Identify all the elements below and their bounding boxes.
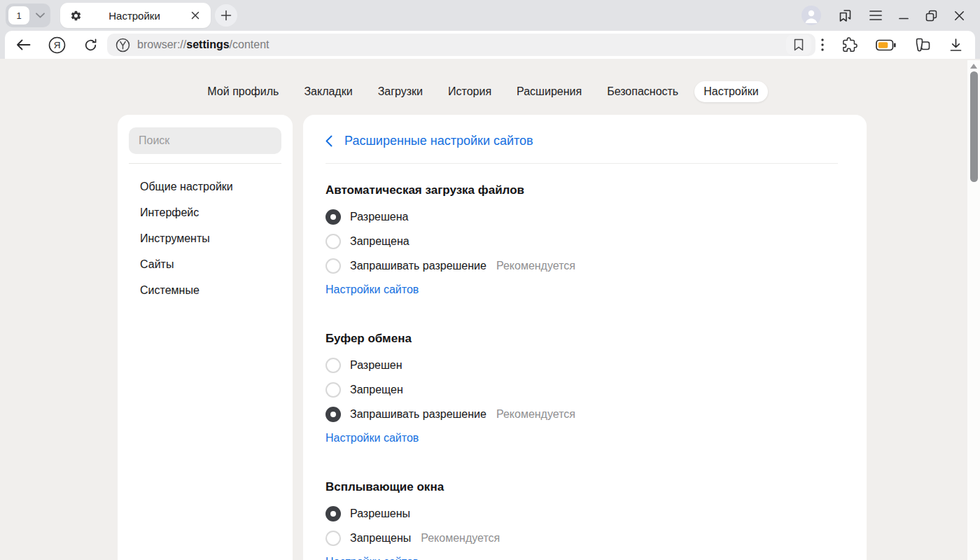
download-icon: [949, 38, 962, 52]
page-title: Расширенные настройки сайтов: [344, 133, 533, 148]
site-settings-link[interactable]: Настройки сайтов: [326, 430, 419, 446]
radio-unselected[interactable]: [326, 234, 341, 249]
site-settings-link[interactable]: Настройки сайтов: [326, 554, 419, 560]
minimize-icon: [899, 10, 909, 20]
radio-unselected[interactable]: [326, 531, 341, 546]
radio-option[interactable]: Запрашивать разрешение Рекомендуется: [326, 253, 838, 278]
add-bookmark-button[interactable]: [786, 35, 811, 55]
restore-window-icon: [925, 10, 937, 22]
yandex-home-button[interactable]: Я: [44, 36, 69, 54]
back-button[interactable]: [10, 39, 36, 50]
option-label: Запрещен: [350, 384, 403, 396]
sidebar-item-general[interactable]: Общие настройки: [118, 174, 293, 200]
bookmark-flag-icon: [793, 38, 804, 51]
gear-icon: [70, 10, 82, 22]
window-controls: [802, 6, 980, 25]
browser-tab-settings[interactable]: Настройки: [60, 3, 211, 28]
minimize-button[interactable]: [899, 10, 909, 20]
close-window-button[interactable]: [954, 10, 965, 21]
option-label: Запрашивать разрешение: [350, 408, 486, 421]
sidebar-item-interface[interactable]: Интерфейс: [118, 200, 293, 225]
settings-main-panel: Расширенные настройки сайтов Автоматичес…: [303, 115, 867, 560]
nav-tab-profile[interactable]: Мой профиль: [198, 81, 288, 102]
profile-avatar[interactable]: [802, 6, 821, 25]
section-popups: Всплывающие окна Разрешены Запрещены Рек…: [326, 479, 838, 560]
side-panel-services-button[interactable]: [914, 37, 931, 53]
nav-tab-extensions[interactable]: Расширения: [507, 81, 591, 102]
chevron-left-icon: [326, 135, 332, 147]
extensions-button[interactable]: [842, 37, 858, 52]
close-icon: [954, 10, 965, 21]
radio-unselected[interactable]: [326, 358, 341, 373]
nav-tab-settings[interactable]: Настройки: [694, 81, 767, 102]
svg-text:Я: Я: [53, 40, 60, 50]
section-auto-file-download: Автоматическая загрузка файлов Разрешена…: [326, 182, 838, 298]
yandex-logo-icon: Я: [48, 36, 66, 54]
section-title: Автоматическая загрузка файлов: [326, 182, 838, 199]
url-text[interactable]: browser://settings/content: [137, 38, 270, 51]
settings-sidebar: Общие настройки Интерфейс Инструменты Са…: [118, 115, 293, 560]
person-icon: [802, 6, 821, 25]
browser-toolbar: Я browser://settings/content: [5, 31, 975, 59]
radio-option[interactable]: Разрешены: [326, 501, 838, 526]
settings-page: Мой профиль Закладки Загрузки История Ра…: [0, 59, 980, 560]
radio-option[interactable]: Разрешена: [326, 204, 838, 229]
sidebar-divider: [129, 163, 281, 164]
battery-saver-button[interactable]: [876, 39, 896, 51]
option-label: Разрешена: [350, 211, 408, 223]
tab-close-button[interactable]: [187, 7, 204, 24]
nav-tab-downloads[interactable]: Загрузки: [369, 81, 432, 102]
sidebar-item-tools[interactable]: Инструменты: [118, 225, 293, 251]
radio-selected[interactable]: [326, 407, 341, 422]
browser-menu-button[interactable]: [869, 10, 882, 20]
recommended-note: Рекомендуется: [421, 532, 500, 545]
bookmarks-panel-button[interactable]: [838, 8, 853, 23]
radio-option[interactable]: Запрещены Рекомендуется: [326, 526, 838, 550]
radio-selected[interactable]: [326, 506, 341, 522]
option-label: Разрешен: [350, 359, 402, 372]
advanced-site-settings-back[interactable]: Расширенные настройки сайтов: [326, 115, 838, 148]
address-bar[interactable]: browser://settings/content: [107, 34, 816, 56]
back-arrow-icon: [16, 39, 31, 50]
new-tab-button[interactable]: [215, 4, 237, 27]
tab-count-badge[interactable]: 1: [8, 6, 29, 24]
toolbar-right-icons: [821, 37, 975, 53]
radio-option[interactable]: Запрашивать разрешение Рекомендуется: [326, 402, 838, 426]
chevron-down-icon: [36, 13, 45, 18]
radio-option[interactable]: Разрешен: [326, 353, 838, 377]
radio-option[interactable]: Запрещена: [326, 229, 838, 253]
site-badge-icon[interactable]: [115, 38, 130, 52]
tab-title: Настройки: [82, 10, 187, 22]
plus-icon: [220, 10, 232, 21]
radio-unselected[interactable]: [326, 258, 341, 274]
downloads-button[interactable]: [949, 38, 962, 52]
kebab-menu-icon: [821, 38, 824, 51]
recommended-note: Рекомендуется: [496, 408, 575, 421]
option-label: Запрещены: [350, 532, 411, 545]
window-chrome: 1 Настройки: [0, 0, 980, 31]
maximize-button[interactable]: [925, 10, 937, 22]
option-label: Разрешены: [350, 507, 410, 520]
page-actions-button[interactable]: [821, 38, 824, 51]
tag-card-icon: [914, 37, 931, 53]
nav-tab-security[interactable]: Безопасность: [598, 81, 687, 102]
radio-option[interactable]: Запрещен: [326, 377, 838, 402]
sidebar-item-sites[interactable]: Сайты: [118, 251, 293, 277]
nav-tab-bookmarks[interactable]: Закладки: [295, 81, 361, 102]
section-clipboard: Буфер обмена Разрешен Запрещен Запрашива…: [326, 330, 838, 446]
site-settings-link[interactable]: Настройки сайтов: [326, 282, 419, 298]
search-input[interactable]: [129, 127, 281, 154]
scrollbar-thumb[interactable]: [970, 71, 978, 182]
radio-unselected[interactable]: [326, 382, 341, 398]
sidebar-item-system[interactable]: Системные: [118, 277, 293, 303]
recommended-note: Рекомендуется: [496, 260, 575, 272]
settings-nav-tabs: Мой профиль Закладки Загрузки История Ра…: [0, 81, 966, 102]
page-scrollbar[interactable]: [967, 60, 980, 560]
radio-selected[interactable]: [326, 209, 341, 225]
tab-list-chevron-button[interactable]: [29, 4, 50, 27]
reload-button[interactable]: [78, 38, 103, 52]
nav-tab-history[interactable]: История: [439, 81, 500, 102]
hamburger-menu-icon: [869, 10, 882, 20]
scroll-up-arrow-icon[interactable]: [970, 64, 977, 69]
tab-group-control[interactable]: 1: [6, 4, 50, 27]
